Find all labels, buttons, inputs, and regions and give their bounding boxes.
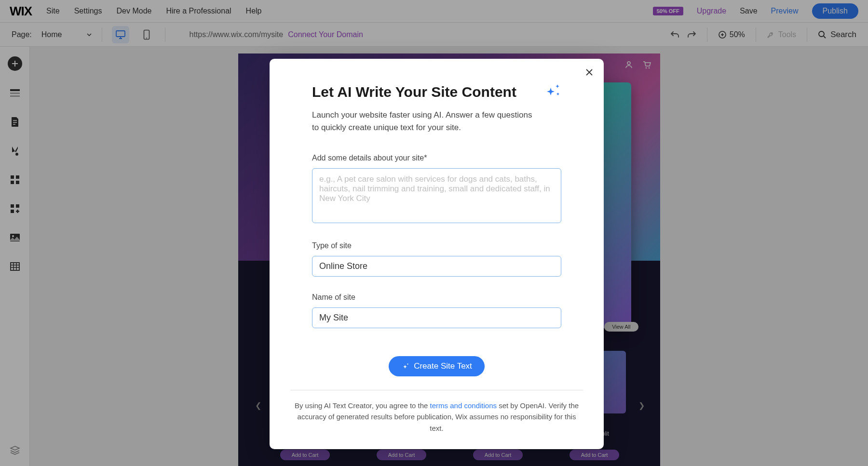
site-type-input[interactable] bbox=[312, 256, 561, 277]
modal-title: Let AI Write Your Site Content bbox=[312, 84, 516, 100]
create-site-text-button[interactable]: Create Site Text bbox=[389, 356, 485, 376]
sparkle-icon bbox=[545, 84, 561, 100]
close-icon bbox=[585, 68, 593, 76]
modal-header: Let AI Write Your Site Content bbox=[312, 84, 561, 100]
footer-text-pre: By using AI Text Creator, you agree to t… bbox=[295, 401, 430, 410]
sparkle-small-icon bbox=[401, 362, 409, 370]
modal-footer: By using AI Text Creator, you agree to t… bbox=[290, 400, 583, 434]
create-button-label: Create Site Text bbox=[414, 361, 472, 371]
terms-link[interactable]: terms and conditions bbox=[430, 401, 497, 410]
ai-content-modal: Let AI Write Your Site Content Launch yo… bbox=[270, 59, 604, 449]
site-name-input[interactable] bbox=[312, 307, 561, 328]
type-label: Type of site bbox=[312, 241, 561, 250]
modal-divider bbox=[290, 390, 583, 390]
name-label: Name of site bbox=[312, 293, 561, 302]
details-label: Add some details about your site* bbox=[312, 154, 561, 162]
site-details-input[interactable] bbox=[312, 168, 561, 223]
close-button[interactable] bbox=[585, 67, 593, 79]
modal-description: Launch your website faster using AI. Ans… bbox=[312, 109, 539, 133]
